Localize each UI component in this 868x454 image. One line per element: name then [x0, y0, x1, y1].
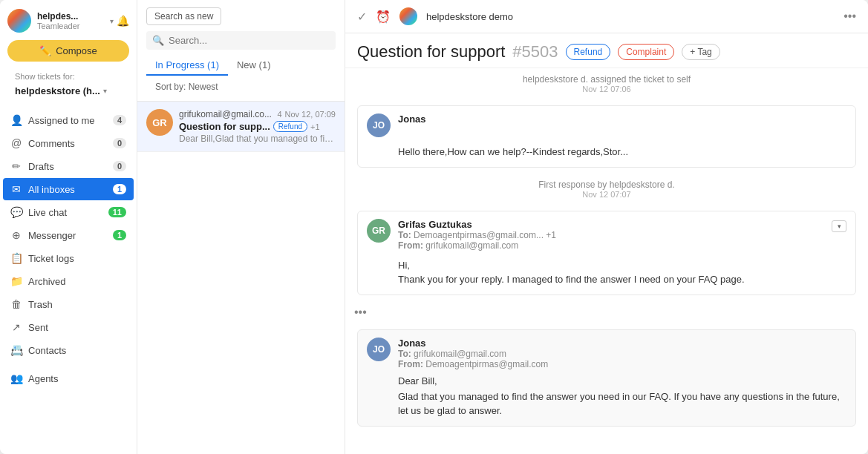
sent-icon: ↗: [10, 321, 22, 333]
message-body-jonas-first: Hello there,How can we help?--Kindest re…: [358, 142, 855, 167]
nav-badge-assigned: 4: [113, 115, 126, 125]
compose-button[interactable]: ✏️ Compose: [7, 40, 129, 62]
conv-preview: Dear Bill,Glad that you managed to fin..…: [179, 134, 336, 144]
trash-icon: 🗑: [10, 298, 22, 310]
nav-label-live-chat: Live chat: [28, 207, 102, 218]
nav-badge-comments: 0: [113, 138, 126, 148]
expand-button[interactable]: ▾: [832, 220, 846, 232]
jonas-reply-body: Dear Bill, Glad that you managed to find…: [358, 372, 855, 426]
show-tickets-label: Show tickets for:: [7, 69, 129, 82]
team-name: helpdeskstore (h...: [15, 85, 100, 96]
nav-badge-all-inboxes: 1: [113, 184, 126, 194]
message-dots-row[interactable]: •••: [345, 301, 868, 323]
message-body-grifas: Hi, Thank you for your reply. I managed …: [358, 255, 855, 295]
tag-refund-button[interactable]: Refund: [566, 44, 611, 60]
tab-in-progress[interactable]: In Progress (1): [146, 56, 228, 76]
sidebar-item-sent[interactable]: ↗ Sent: [3, 316, 134, 338]
jonas-reply-sender-name: Jonas: [398, 338, 548, 349]
message-card-jonas-first: JO Jonas Hello there,How can we help?--K…: [357, 105, 856, 168]
messages-area: helpdeskstore d. assigned the ticket to …: [345, 68, 868, 454]
sidebar-nav: 👤 Assigned to me 4 @ Comments 0 ✏ Drafts…: [0, 108, 137, 454]
conv-count: 4: [277, 110, 281, 119]
sidebar-item-archived[interactable]: 📁 Archived: [3, 270, 134, 292]
brand-info: helpdes... Teamleader: [37, 11, 104, 30]
search-input[interactable]: [169, 35, 330, 46]
nav-label-assigned: Assigned to me: [28, 115, 107, 126]
nav-badge-live-chat: 11: [108, 207, 126, 217]
compose-icon: ✏️: [39, 45, 51, 56]
nav-badge-drafts: 0: [113, 161, 126, 171]
team-chevron-icon: ▾: [103, 87, 107, 95]
msg-sender-info: Jonas: [398, 114, 426, 125]
jonas-reply-greeting: Dear Bill,: [398, 375, 846, 386]
conv-subject: Question for supp...: [179, 121, 270, 132]
main-panel: ✓ ⏰ helpdeskstore demo ••• Question for …: [345, 0, 868, 454]
sidebar-item-trash[interactable]: 🗑 Trash: [3, 293, 134, 315]
person-icon: 👤: [10, 114, 22, 126]
msg-sender-name-grifas: Grifas Guztukas: [398, 219, 824, 230]
conv-avatar: GR: [146, 109, 173, 136]
conv-item[interactable]: GR grifukomail@gmail.co... 4 Nov 12, 07:…: [137, 102, 345, 152]
search-as-new-button[interactable]: Search as new: [146, 7, 221, 25]
conv-plus: +1: [310, 122, 320, 131]
conv-from: grifukomail@gmail.co...: [179, 109, 272, 119]
nav-label-messenger: Messenger: [28, 230, 107, 241]
msg-avatar-jonas: JO: [367, 114, 391, 137]
conv-tag-refund: Refund: [273, 121, 307, 132]
conv-date: Nov 12, 07:09: [285, 110, 336, 119]
msg-from: From: grifukomail@gmail.com: [398, 240, 824, 251]
brand-chevron-icon[interactable]: ▾: [110, 17, 114, 25]
sidebar-item-agents[interactable]: 👥 Agents: [3, 367, 134, 389]
first-response-time: Nov 12 07:07: [357, 190, 856, 199]
sidebar-item-all-inboxes[interactable]: ✉ All inboxes 1: [3, 178, 134, 200]
conv-item-body: grifukomail@gmail.co... 4 Nov 12, 07:09 …: [179, 109, 336, 144]
team-selector[interactable]: helpdeskstore (h... ▾: [7, 82, 129, 102]
jonas-reply-text: Glad that you managed to find the answer…: [398, 389, 846, 418]
message-card-grifas: GR Grifas Guztukas To: Demoagentpirmas@g…: [357, 211, 856, 295]
nav-label-contacts: Contacts: [28, 345, 126, 356]
search-icon: 🔍: [152, 35, 164, 46]
sidebar-item-comments[interactable]: @ Comments 0: [3, 132, 134, 154]
brand-actions: ▾ 🔔: [110, 15, 129, 27]
msg-avatar-jonas-reply: JO: [367, 338, 391, 361]
sidebar-item-ticket-logs[interactable]: 📋 Ticket logs: [3, 247, 134, 269]
compose-label: Compose: [56, 45, 97, 56]
sidebar-item-messenger[interactable]: ⊕ Messenger 1: [3, 224, 134, 246]
add-tag-button[interactable]: + Tag: [682, 44, 719, 60]
app-container: helpdes... Teamleader ▾ 🔔 ✏️ Compose Sho…: [0, 0, 868, 454]
jonas-reply-from: From: Demoagentpirmas@gmail.com: [398, 359, 548, 369]
chat-icon: 💬: [10, 206, 22, 218]
system-message-divider: First response by helpdeskstore d. Nov 1…: [345, 174, 868, 205]
nav-label-trash: Trash: [28, 299, 126, 310]
header-more-icon[interactable]: •••: [843, 10, 856, 23]
tag-complaint-button[interactable]: Complaint: [618, 44, 674, 60]
sidebar-item-live-chat[interactable]: 💬 Live chat 11: [3, 201, 134, 223]
nav-label-drafts: Drafts: [28, 161, 107, 172]
message-card-jonas-reply: JO Jonas To: grifukomail@gmail.com From:…: [357, 329, 856, 427]
sidebar-item-assigned[interactable]: 👤 Assigned to me 4: [3, 109, 134, 131]
check-icon[interactable]: ✓: [357, 10, 367, 24]
sidebar-brand: helpdes... Teamleader ▾ 🔔: [7, 9, 129, 33]
header-agent-name: helpdeskstore demo: [426, 11, 513, 22]
main-header: ✓ ⏰ helpdeskstore demo •••: [345, 0, 868, 33]
brand-name: helpdes...: [37, 11, 104, 22]
messenger-icon: ⊕: [10, 229, 22, 241]
first-response-text: First response by helpdeskstore d.: [357, 180, 856, 190]
msg-avatar-grifas: GR: [367, 219, 391, 243]
sort-bar[interactable]: Sort by: Newest: [146, 79, 336, 96]
archive-icon: 📁: [10, 275, 22, 287]
search-box: 🔍: [146, 31, 336, 50]
notification-bell-icon[interactable]: 🔔: [117, 15, 129, 27]
comment-icon: @: [10, 137, 22, 149]
inbox-icon: ✉: [10, 183, 22, 195]
sidebar: helpdes... Teamleader ▾ 🔔 ✏️ Compose Sho…: [0, 0, 137, 454]
sidebar-item-drafts[interactable]: ✏ Drafts 0: [3, 155, 134, 177]
clock-icon[interactable]: ⏰: [376, 10, 391, 24]
ticket-title: Question for support: [357, 42, 505, 62]
system-msg-text: helpdeskstore d. assigned the ticket to …: [357, 74, 856, 85]
system-message-1: helpdeskstore d. assigned the ticket to …: [345, 68, 868, 99]
tab-new[interactable]: New (1): [228, 56, 280, 76]
pencil-icon: ✏: [10, 160, 22, 172]
sidebar-item-contacts[interactable]: 📇 Contacts: [3, 339, 134, 361]
conv-list-header: Search as new 🔍 In Progress (1) New (1) …: [137, 0, 345, 102]
